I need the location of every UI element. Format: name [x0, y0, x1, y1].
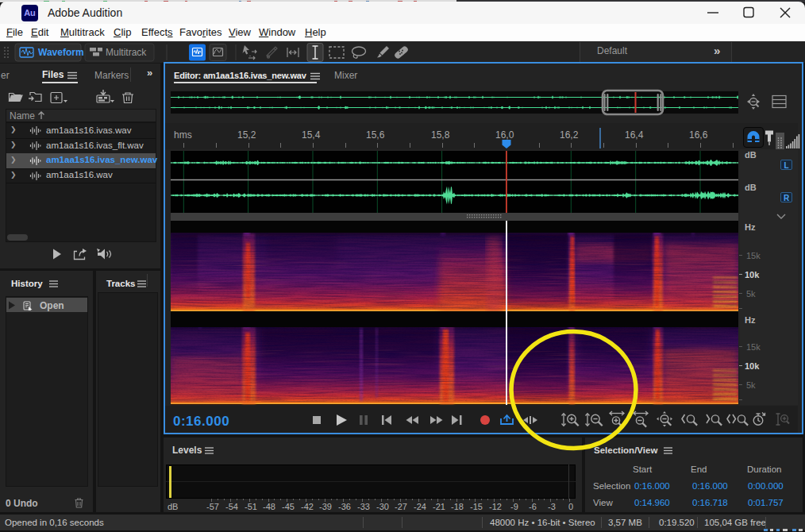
- svg-text:Multitrack: Multitrack: [106, 47, 147, 58]
- svg-text:Waveform: Waveform: [38, 47, 84, 58]
